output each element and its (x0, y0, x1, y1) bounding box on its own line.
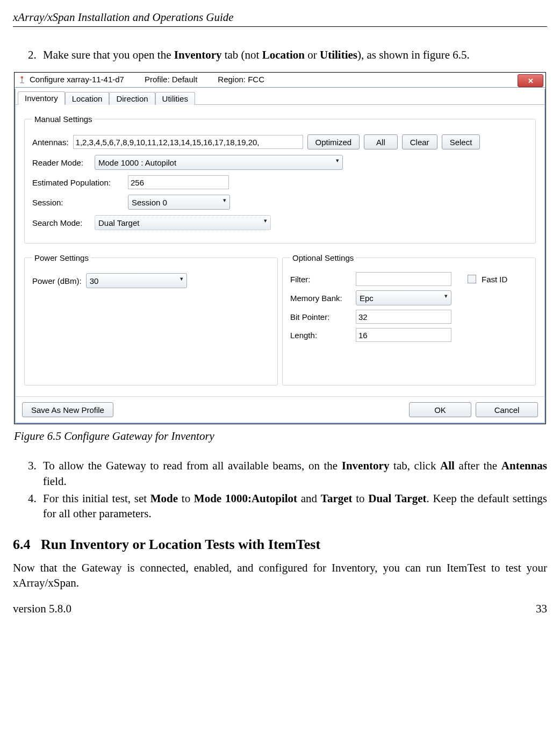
t: field. (43, 475, 67, 488)
session-label: Session: (32, 198, 124, 207)
est-pop-input[interactable] (128, 175, 229, 189)
bitptr-input[interactable] (356, 310, 451, 324)
t: All (440, 459, 455, 472)
membank-label: Memory Bank: (290, 294, 353, 303)
step-2-num: 2. (28, 47, 43, 62)
t: Make sure that you open the (43, 48, 174, 61)
footer-version: version 5.8.0 (13, 602, 71, 616)
step-4: 4.For this initial test, set Mode to Mod… (28, 491, 547, 522)
session-value: Session 0 (132, 198, 167, 207)
t: ), as shown in figure 6.5. (357, 48, 470, 61)
window-title-b: Profile: Default (145, 75, 197, 84)
section-paragraph: Now that the Gateway is connected, enabl… (13, 560, 547, 591)
t: Antennas (501, 459, 547, 472)
optional-settings-legend: Optional Settings (290, 253, 356, 262)
window-title-c: Region: FCC (218, 75, 264, 84)
app-icon (18, 75, 26, 84)
power-select[interactable]: 30 (86, 273, 187, 288)
t: For this initial test, set (43, 492, 150, 505)
optimized-button[interactable]: Optimized (307, 134, 360, 149)
step-3: 3.To allow the Gateway to read from all … (28, 458, 547, 489)
select-button[interactable]: Select (442, 134, 480, 149)
tab-utilities[interactable]: Utilities (155, 92, 195, 105)
save-profile-button[interactable]: Save As New Profile (22, 402, 113, 417)
t: to (178, 492, 194, 505)
fastid-checkbox[interactable] (468, 275, 476, 283)
search-mode-value: Dual Target (98, 218, 139, 227)
section-heading: 6.4 Run Inventory or Location Tests with… (13, 537, 547, 553)
t: Location (262, 48, 305, 61)
session-select[interactable]: Session 0 (128, 195, 230, 210)
step-2: 2.Make sure that you open the Inventory … (28, 47, 547, 62)
step-4-num: 4. (28, 491, 43, 506)
t: Utilities (320, 48, 357, 61)
t: after the (455, 459, 501, 472)
t: tab, click (389, 459, 440, 472)
fastid-label: Fast ID (482, 275, 507, 284)
filter-input[interactable] (356, 272, 451, 286)
tab-inventory[interactable]: Inventory (18, 91, 65, 105)
reader-mode-select[interactable]: Mode 1000 : Autopilot (95, 155, 343, 170)
membank-value: Epc (360, 294, 374, 303)
filter-label: Filter: (290, 275, 353, 284)
manual-settings-legend: Manual Settings (32, 115, 95, 124)
t: to (353, 492, 369, 505)
t: Dual Target (368, 492, 426, 505)
membank-select[interactable]: Epc (356, 290, 451, 305)
window-title-a: Configure xarray-11-41-d7 (30, 75, 124, 84)
section-number: 6.4 (13, 537, 31, 552)
antennas-input[interactable] (73, 135, 303, 149)
t: To allow the Gateway to read from all av… (43, 459, 342, 472)
optional-settings-group: Optional Settings Filter: Fast ID Memory… (282, 253, 536, 386)
window-close-button[interactable]: ✕ (518, 74, 543, 87)
t: Inventory (342, 459, 390, 472)
svg-rect-2 (20, 82, 24, 83)
ok-button[interactable]: OK (409, 402, 471, 417)
tab-direction[interactable]: Direction (109, 92, 155, 105)
titlebar: Configure xarray-11-41-d7 Profile: Defau… (15, 73, 545, 88)
running-header: xArray/xSpan Installation and Operations… (13, 11, 547, 27)
t: or (305, 48, 320, 61)
section-title: Run Inventory or Location Tests with Ite… (41, 537, 320, 552)
search-mode-label: Search Mode: (32, 218, 90, 227)
tab-location[interactable]: Location (65, 92, 110, 105)
power-value: 30 (90, 276, 99, 286)
antennas-label: Antennas: (32, 138, 69, 147)
svg-rect-1 (21, 78, 22, 83)
search-mode-select[interactable]: Dual Target (95, 215, 271, 230)
tab-bar: Inventory Location Direction Utilities (16, 89, 544, 105)
t: Inventory (174, 48, 222, 61)
power-settings-group: Power Settings Power (dBm): 30 (24, 253, 278, 386)
est-pop-label: Estimated Population: (32, 178, 124, 187)
reader-mode-value: Mode 1000 : Autopilot (98, 158, 176, 167)
power-label: Power (dBm): (32, 276, 82, 286)
cancel-button[interactable]: Cancel (476, 402, 538, 417)
power-settings-legend: Power Settings (32, 253, 91, 262)
clear-button[interactable]: Clear (402, 134, 437, 149)
t: and (297, 492, 321, 505)
close-icon: ✕ (528, 77, 534, 85)
figure-caption: Figure 6.5 Configure Gateway for Invento… (14, 430, 546, 443)
manual-settings-group: Manual Settings Antennas: Optimized All … (24, 115, 536, 244)
footer-page-number: 33 (536, 602, 547, 616)
all-button[interactable]: All (364, 134, 398, 149)
step-3-num: 3. (28, 458, 43, 473)
reader-mode-label: Reader Mode: (32, 158, 90, 167)
length-input[interactable] (356, 328, 451, 342)
t: Target (321, 492, 353, 505)
bitptr-label: Bit Pointer: (290, 312, 353, 322)
length-label: Length: (290, 331, 353, 340)
dialog-bottom-bar: Save As New Profile OK Cancel (16, 396, 544, 423)
t: Mode (150, 492, 178, 505)
configure-window: Configure xarray-11-41-d7 Profile: Defau… (14, 72, 546, 424)
t: tab (not (221, 48, 262, 61)
t: Mode 1000:Autopilot (194, 492, 297, 505)
